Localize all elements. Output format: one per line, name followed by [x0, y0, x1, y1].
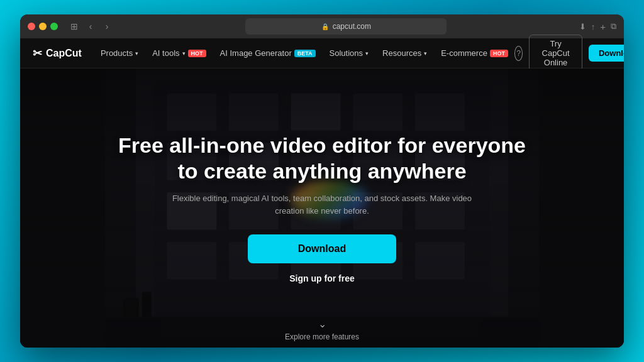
- hero-subtitle: Flexible editing, magical AI tools, team…: [171, 192, 473, 217]
- hero-section: Free all-in-one video editor for everyon…: [20, 69, 624, 348]
- nav-item-solutions[interactable]: Solutions ▾: [323, 45, 375, 62]
- chevron-down-icon: ▾: [424, 50, 427, 57]
- signup-link[interactable]: Sign up for free: [289, 273, 354, 283]
- nav-right: ? Try CapCut Online Download: [514, 35, 624, 72]
- close-button[interactable]: [28, 23, 35, 30]
- download-icon[interactable]: ⬇: [579, 22, 586, 31]
- hot-badge: Hot: [188, 50, 206, 57]
- hero-title: Free all-in-one video editor for everyon…: [108, 133, 536, 184]
- chevron-down-icon: ▾: [182, 50, 186, 57]
- explore-footer: ⌄ Explore more features: [20, 318, 624, 341]
- address-bar[interactable]: 🔒 capcut.com: [245, 18, 447, 35]
- browser-nav: ⊞ ‹ ›: [68, 20, 113, 33]
- nav-download-button[interactable]: Download: [589, 45, 624, 62]
- nav-item-ai-image[interactable]: AI Image Generator Beta: [214, 45, 322, 62]
- address-bar-container: 🔒 capcut.com: [118, 18, 574, 35]
- chevron-down-icon: ▾: [135, 50, 138, 57]
- add-tab-button[interactable]: +: [600, 21, 606, 32]
- try-capcut-button[interactable]: Try CapCut Online: [529, 35, 582, 72]
- chevron-down-icon: ▾: [365, 50, 369, 57]
- url-text: capcut.com: [333, 22, 371, 31]
- nav-item-resources[interactable]: Resources ▾: [376, 45, 433, 62]
- nav-items: Products ▾ AI tools ▾ Hot AI Image Gener…: [94, 45, 514, 62]
- nav-item-ai-tools[interactable]: AI tools ▾ Hot: [146, 45, 212, 62]
- nav-item-products[interactable]: Products ▾: [94, 45, 145, 62]
- hot-badge-ecommerce: Hot: [490, 50, 508, 57]
- logo-text: CapCut: [46, 48, 82, 59]
- copy-tab-icon[interactable]: ⧉: [611, 21, 616, 31]
- logo-area[interactable]: ✂ CapCut: [33, 47, 82, 60]
- beta-badge: Beta: [294, 50, 316, 57]
- site-navbar: ✂ CapCut Products ▾ AI tools ▾ Hot AI Im…: [20, 38, 624, 69]
- fullscreen-button[interactable]: [50, 23, 58, 30]
- lock-icon: 🔒: [321, 23, 329, 30]
- logo-icon: ✂: [33, 47, 42, 60]
- nav-item-ecommerce[interactable]: E-commerce Hot: [435, 45, 514, 62]
- minimize-button[interactable]: [39, 23, 47, 30]
- share-icon[interactable]: ↑: [591, 22, 596, 31]
- hero-content: Free all-in-one video editor for everyon…: [20, 69, 624, 348]
- sidebar-toggle[interactable]: ⊞: [68, 20, 80, 33]
- forward-button[interactable]: ›: [101, 20, 113, 33]
- browser-window: ⊞ ‹ › 🔒 capcut.com ⬇ ↑ + ⧉ ✂ CapCut Prod…: [20, 14, 624, 348]
- help-button[interactable]: ?: [514, 46, 523, 61]
- hero-download-button[interactable]: Download: [248, 234, 396, 263]
- explore-text: Explore more features: [285, 332, 359, 341]
- browser-actions: ⬇ ↑ + ⧉: [579, 21, 616, 32]
- traffic-lights: [28, 23, 58, 30]
- back-button[interactable]: ‹: [84, 20, 97, 33]
- scroll-down-icon: ⌄: [318, 318, 326, 330]
